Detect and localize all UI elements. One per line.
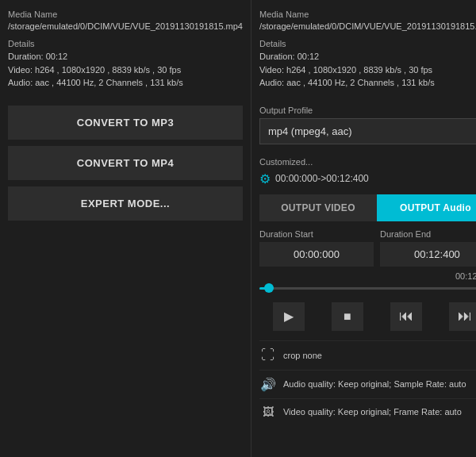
tab-row: OUTPUT VIDEO OUTPUT Audio — [259, 194, 476, 221]
crop-text: crop none — [283, 351, 322, 360]
output-profile-wrapper[interactable]: mp4 (mpeg4, aac) — [259, 118, 476, 151]
left-media-name-label: Media Name — [8, 10, 243, 19]
audio-quality-text: Audio quality: Keep original; Sample Rat… — [283, 379, 466, 389]
convert-to-mp4-button[interactable]: CONVERT TO MP4 — [8, 146, 243, 180]
slider-track[interactable] — [259, 287, 476, 290]
slider-thumb[interactable] — [264, 283, 274, 293]
audio-quality-row: 🔊 Audio quality: Keep original; Sample R… — [259, 370, 476, 398]
duration-end-value: 00:12:400 — [380, 242, 476, 267]
expert-mode-button[interactable]: EXPERT MODE... — [8, 186, 243, 221]
left-media-path: /storage/emulated/0/DCIM/VUE/VUE_2019113… — [8, 21, 243, 33]
customized-label: Customized... — [259, 157, 476, 167]
right-media-name-label: Media Name — [259, 10, 476, 19]
output-profile-select[interactable]: mp4 (mpeg4, aac) — [259, 118, 476, 144]
video-quality-text: Video quality: Keep original; Frame Rate… — [283, 407, 462, 417]
convert-to-mp3-button[interactable]: CONVERT TO MP3 — [8, 106, 243, 140]
duration-row: Duration Start 00:00:000 Duration End 00… — [259, 229, 476, 267]
playback-controls: ▶ ■ ⏮ ⏭ — [259, 299, 476, 334]
crop-icon: ⛶ — [259, 348, 277, 363]
tab-output-audio[interactable]: OUTPUT Audio — [377, 194, 476, 221]
time-range-row: ⚙ 00:00:000->00:12:400 — [259, 171, 476, 186]
duration-end-label: Duration End — [380, 229, 476, 239]
tab-output-video[interactable]: OUTPUT VIDEO — [259, 194, 377, 221]
right-details-label: Details — [259, 39, 476, 48]
time-range-text: 00:00:000->00:12:400 — [275, 173, 369, 184]
duration-start-value: 00:00:000 — [259, 242, 374, 267]
duration-end-block: Duration End 00:12:400 — [380, 229, 476, 267]
left-panel: Media Name /storage/emulated/0/DCIM/VUE/… — [0, 0, 251, 457]
time-range-icon: ⚙ — [259, 171, 271, 186]
right-panel: Media Name /storage/emulated/0/DCIM/VUE/… — [251, 0, 476, 457]
play-button[interactable]: ▶ — [273, 302, 305, 331]
video-icon: 🖼 — [259, 405, 277, 418]
skip-end-icon: ⏭ — [458, 308, 472, 325]
left-details-label: Details — [8, 39, 243, 48]
audio-icon: 🔊 — [259, 377, 277, 392]
stop-icon: ■ — [344, 309, 351, 324]
left-details-text: Duration: 00:12 Video: h264 , 1080x1920 … — [8, 50, 243, 90]
stop-button[interactable]: ■ — [332, 302, 363, 331]
right-media-path: /storage/emulated/0/DCIM/VUE/VUE_2019113… — [259, 21, 476, 33]
end-time-display: 00:12:400 — [259, 271, 476, 281]
duration-start-label: Duration Start — [259, 229, 374, 239]
skip-start-icon: ⏮ — [399, 308, 413, 325]
slider-row[interactable] — [259, 282, 476, 294]
right-details-text: Duration: 00:12 Video: h264 , 1080x1920 … — [259, 50, 476, 90]
video-quality-row: 🖼 Video quality: Keep original; Frame Ra… — [259, 398, 476, 424]
play-icon: ▶ — [284, 309, 294, 324]
duration-start-block: Duration Start 00:00:000 — [259, 229, 374, 267]
output-profile-label: Output Profile — [259, 106, 476, 115]
crop-row: ⛶ crop none — [259, 340, 476, 370]
skip-start-button[interactable]: ⏮ — [390, 302, 422, 331]
skip-end-button[interactable]: ⏭ — [449, 302, 476, 331]
